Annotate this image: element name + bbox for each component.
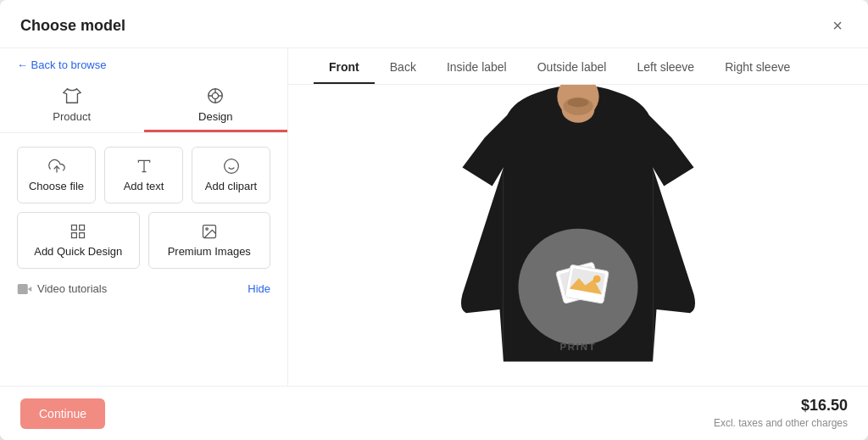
add-clipart-button[interactable]: Add clipart [192,147,270,203]
svg-marker-19 [28,287,32,292]
tab-front-label: Front [329,60,359,74]
back-to-browse-link[interactable]: ← Back to browse [0,48,287,78]
tshirt-icon [63,86,81,105]
left-panel: ← Back to browse Product [0,48,288,386]
right-panel: Front Back Inside label Outside label Le… [288,48,868,386]
continue-button[interactable]: Continue [20,398,105,429]
tab-left-sleeve[interactable]: Left sleeve [621,48,709,84]
add-clipart-label: Add clipart [205,180,257,192]
modal-header: Choose model × [0,0,868,48]
close-button[interactable]: × [827,15,848,36]
svg-point-33 [568,97,589,107]
add-quick-design-label: Add Quick Design [34,245,122,258]
tab-front[interactable]: Front [314,48,375,84]
view-tabs: Front Back Inside label Outside label Le… [288,48,868,85]
text-icon [136,158,153,175]
tab-right-sleeve[interactable]: Right sleeve [709,48,805,84]
svg-point-1 [213,92,219,98]
quick-design-icon [70,223,86,240]
design-icon [206,86,225,105]
modal-body: ← Back to browse Product [0,48,868,386]
preview-area: PRINT [288,85,868,386]
price-note: Excl. taxes and other charges [714,417,848,429]
choose-model-modal: Choose model × ← Back to browse Product [0,0,868,440]
hide-link[interactable]: Hide [248,282,270,295]
tab-inside-label[interactable]: Inside label [431,48,522,84]
video-icon [17,283,32,295]
tab-product-label: Product [53,110,91,123]
video-tutorials-row: Video tutorials Hide [0,269,287,295]
tab-design[interactable]: Design [144,78,288,132]
tabs-row: Product Design [0,78,287,133]
svg-point-9 [224,159,238,174]
video-tutorials-left: Video tutorials [17,282,107,295]
tab-outside-label-label: Outside label [537,60,607,74]
tshirt-preview: PRINT [421,85,735,384]
tab-product[interactable]: Product [0,78,144,132]
modal-footer: Continue $16.50 Excl. taxes and other ch… [0,386,868,440]
premium-images-icon [201,223,218,240]
choose-file-label: Choose file [29,180,84,192]
premium-images-button[interactable]: Premium Images [148,212,271,269]
tab-left-sleeve-label: Left sleeve [637,60,694,74]
tab-back-label: Back [390,60,416,74]
price-block: $16.50 Excl. taxes and other charges [714,397,848,430]
premium-images-label: Premium Images [168,245,251,258]
svg-rect-18 [18,284,28,294]
svg-rect-12 [72,226,77,231]
svg-rect-14 [80,233,85,238]
modal-title: Choose model [20,17,125,35]
tab-outside-label[interactable]: Outside label [522,48,622,84]
video-tutorials-label: Video tutorials [37,282,107,295]
svg-rect-13 [80,226,85,231]
price-value: $16.50 [714,397,848,415]
choose-file-button[interactable]: Choose file [17,147,96,203]
clipart-icon [223,158,240,175]
tab-back[interactable]: Back [375,48,431,84]
add-text-label: Add text [124,180,164,192]
svg-rect-15 [72,233,77,238]
tab-design-label: Design [198,110,232,123]
add-quick-design-button[interactable]: Add Quick Design [17,212,140,269]
action-buttons-row1: Choose file Add text [0,133,287,203]
svg-text:PRINT: PRINT [559,342,596,352]
upload-icon [48,158,65,175]
add-text-button[interactable]: Add text [104,147,183,203]
action-buttons-row2: Add Quick Design Premium Images [0,203,287,269]
svg-point-17 [206,228,209,231]
tab-inside-label-label: Inside label [447,60,507,74]
tab-right-sleeve-label: Right sleeve [725,60,790,74]
